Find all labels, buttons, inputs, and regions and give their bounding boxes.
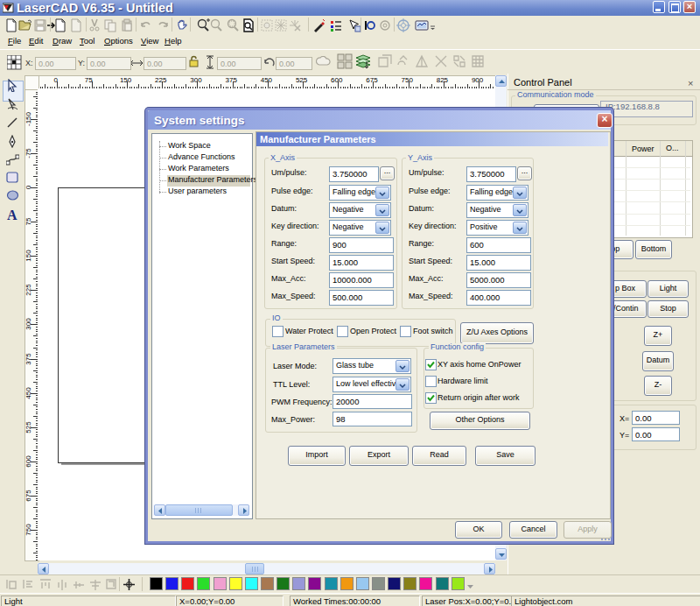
svg-text:A: A	[7, 208, 18, 221]
